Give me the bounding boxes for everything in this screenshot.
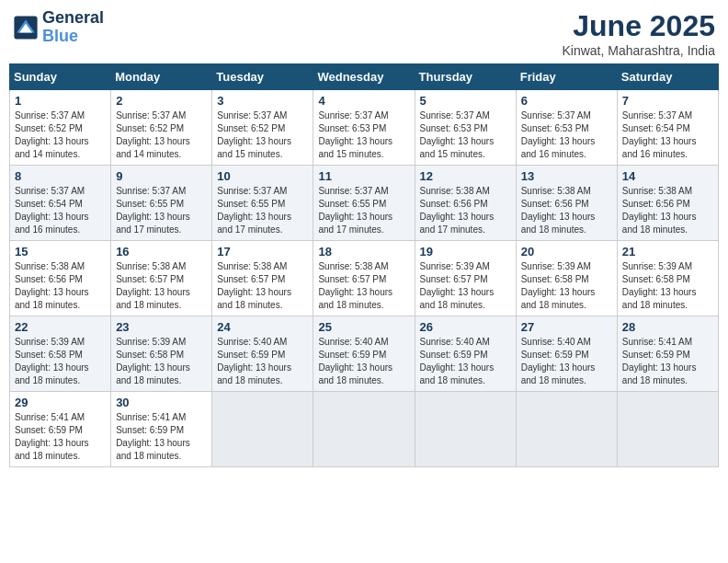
day-number: 5 xyxy=(420,94,511,108)
calendar-cell xyxy=(212,392,313,467)
day-info: Sunrise: 5:40 AM Sunset: 6:59 PM Dayligh… xyxy=(521,336,612,387)
calendar-cell xyxy=(415,392,516,467)
day-info: Sunrise: 5:38 AM Sunset: 6:57 PM Dayligh… xyxy=(116,260,207,312)
day-number: 26 xyxy=(420,320,511,334)
day-number: 21 xyxy=(622,245,713,259)
day-number: 22 xyxy=(15,320,106,334)
day-info: Sunrise: 5:38 AM Sunset: 6:56 PM Dayligh… xyxy=(521,185,612,236)
calendar-cell: 28 Sunrise: 5:41 AM Sunset: 6:59 PM Dayl… xyxy=(617,316,718,392)
day-number: 24 xyxy=(217,320,308,334)
logo-icon xyxy=(13,15,39,40)
day-number: 30 xyxy=(116,396,207,409)
day-number: 10 xyxy=(217,169,308,183)
month-title: June 2025 xyxy=(562,9,715,43)
day-number: 28 xyxy=(622,320,713,334)
calendar-cell: 25 Sunrise: 5:40 AM Sunset: 6:59 PM Dayl… xyxy=(313,316,415,392)
col-saturday: Saturday xyxy=(617,64,718,90)
day-info: Sunrise: 5:37 AM Sunset: 6:53 PM Dayligh… xyxy=(420,109,511,161)
day-info: Sunrise: 5:38 AM Sunset: 6:57 PM Dayligh… xyxy=(217,260,308,312)
col-tuesday: Tuesday xyxy=(212,64,313,90)
calendar-cell: 17 Sunrise: 5:38 AM Sunset: 6:57 PM Dayl… xyxy=(212,241,313,316)
col-friday: Friday xyxy=(516,64,617,90)
day-info: Sunrise: 5:37 AM Sunset: 6:52 PM Dayligh… xyxy=(116,109,207,161)
day-info: Sunrise: 5:38 AM Sunset: 6:56 PM Dayligh… xyxy=(15,260,106,312)
day-info: Sunrise: 5:37 AM Sunset: 6:55 PM Dayligh… xyxy=(217,185,308,236)
calendar-cell: 10 Sunrise: 5:37 AM Sunset: 6:55 PM Dayl… xyxy=(212,166,313,241)
day-number: 3 xyxy=(217,94,308,108)
calendar-cell: 2 Sunrise: 5:37 AM Sunset: 6:52 PM Dayli… xyxy=(111,90,212,166)
day-number: 27 xyxy=(521,320,612,334)
day-number: 15 xyxy=(15,245,106,259)
day-info: Sunrise: 5:39 AM Sunset: 6:58 PM Dayligh… xyxy=(116,336,207,387)
calendar-row: 1 Sunrise: 5:37 AM Sunset: 6:52 PM Dayli… xyxy=(10,90,719,166)
logo: General Blue xyxy=(13,9,104,46)
calendar-cell: 1 Sunrise: 5:37 AM Sunset: 6:52 PM Dayli… xyxy=(10,90,111,166)
day-info: Sunrise: 5:39 AM Sunset: 6:58 PM Dayligh… xyxy=(15,336,106,387)
calendar-row: 15 Sunrise: 5:38 AM Sunset: 6:56 PM Dayl… xyxy=(10,241,719,316)
calendar-cell: 7 Sunrise: 5:37 AM Sunset: 6:54 PM Dayli… xyxy=(617,90,718,166)
day-number: 6 xyxy=(521,94,612,108)
logo-text: General Blue xyxy=(42,9,104,46)
header: General Blue June 2025 Kinwat, Maharasht… xyxy=(9,9,719,58)
col-sunday: Sunday xyxy=(10,64,111,90)
calendar-cell: 20 Sunrise: 5:39 AM Sunset: 6:58 PM Dayl… xyxy=(516,241,617,316)
day-info: Sunrise: 5:39 AM Sunset: 6:58 PM Dayligh… xyxy=(521,260,612,312)
day-info: Sunrise: 5:41 AM Sunset: 6:59 PM Dayligh… xyxy=(116,411,207,463)
col-thursday: Thursday xyxy=(415,64,516,90)
calendar-cell: 21 Sunrise: 5:39 AM Sunset: 6:58 PM Dayl… xyxy=(617,241,718,316)
location-title: Kinwat, Maharashtra, India xyxy=(562,43,715,58)
day-number: 1 xyxy=(15,94,106,108)
calendar-header-row: Sunday Monday Tuesday Wednesday Thursday… xyxy=(10,64,719,90)
day-number: 29 xyxy=(15,396,106,409)
calendar-table: Sunday Monday Tuesday Wednesday Thursday… xyxy=(9,63,719,467)
day-number: 4 xyxy=(318,94,409,108)
day-info: Sunrise: 5:41 AM Sunset: 6:59 PM Dayligh… xyxy=(15,411,106,463)
calendar-cell xyxy=(617,392,718,467)
calendar-cell: 11 Sunrise: 5:37 AM Sunset: 6:55 PM Dayl… xyxy=(313,166,415,241)
day-number: 19 xyxy=(420,245,511,259)
day-info: Sunrise: 5:37 AM Sunset: 6:53 PM Dayligh… xyxy=(521,109,612,161)
day-number: 17 xyxy=(217,245,308,259)
calendar-cell: 12 Sunrise: 5:38 AM Sunset: 6:56 PM Dayl… xyxy=(415,166,516,241)
day-number: 23 xyxy=(116,320,207,334)
day-number: 12 xyxy=(420,169,511,183)
calendar-cell: 16 Sunrise: 5:38 AM Sunset: 6:57 PM Dayl… xyxy=(111,241,212,316)
calendar-cell: 23 Sunrise: 5:39 AM Sunset: 6:58 PM Dayl… xyxy=(111,316,212,392)
day-info: Sunrise: 5:37 AM Sunset: 6:55 PM Dayligh… xyxy=(116,185,207,236)
calendar-cell: 26 Sunrise: 5:40 AM Sunset: 6:59 PM Dayl… xyxy=(415,316,516,392)
calendar-cell xyxy=(516,392,617,467)
day-number: 2 xyxy=(116,94,207,108)
day-info: Sunrise: 5:38 AM Sunset: 6:57 PM Dayligh… xyxy=(318,260,409,312)
day-info: Sunrise: 5:38 AM Sunset: 6:56 PM Dayligh… xyxy=(622,185,713,236)
day-number: 13 xyxy=(521,169,612,183)
day-info: Sunrise: 5:37 AM Sunset: 6:53 PM Dayligh… xyxy=(318,109,409,161)
day-info: Sunrise: 5:40 AM Sunset: 6:59 PM Dayligh… xyxy=(217,336,308,387)
calendar-cell: 18 Sunrise: 5:38 AM Sunset: 6:57 PM Dayl… xyxy=(313,241,415,316)
calendar-cell: 3 Sunrise: 5:37 AM Sunset: 6:52 PM Dayli… xyxy=(212,90,313,166)
calendar-cell: 22 Sunrise: 5:39 AM Sunset: 6:58 PM Dayl… xyxy=(10,316,111,392)
calendar-cell: 5 Sunrise: 5:37 AM Sunset: 6:53 PM Dayli… xyxy=(415,90,516,166)
day-info: Sunrise: 5:38 AM Sunset: 6:56 PM Dayligh… xyxy=(420,185,511,236)
day-number: 16 xyxy=(116,245,207,259)
day-info: Sunrise: 5:39 AM Sunset: 6:58 PM Dayligh… xyxy=(622,260,713,312)
calendar-cell: 4 Sunrise: 5:37 AM Sunset: 6:53 PM Dayli… xyxy=(313,90,415,166)
calendar-cell: 27 Sunrise: 5:40 AM Sunset: 6:59 PM Dayl… xyxy=(516,316,617,392)
day-number: 9 xyxy=(116,169,207,183)
day-number: 11 xyxy=(318,169,409,183)
calendar-row: 29 Sunrise: 5:41 AM Sunset: 6:59 PM Dayl… xyxy=(10,392,719,467)
calendar-cell: 13 Sunrise: 5:38 AM Sunset: 6:56 PM Dayl… xyxy=(516,166,617,241)
day-info: Sunrise: 5:37 AM Sunset: 6:52 PM Dayligh… xyxy=(15,109,106,161)
day-info: Sunrise: 5:37 AM Sunset: 6:54 PM Dayligh… xyxy=(622,109,713,161)
calendar-cell xyxy=(313,392,415,467)
day-info: Sunrise: 5:39 AM Sunset: 6:57 PM Dayligh… xyxy=(420,260,511,312)
calendar-cell: 8 Sunrise: 5:37 AM Sunset: 6:54 PM Dayli… xyxy=(10,166,111,241)
day-info: Sunrise: 5:40 AM Sunset: 6:59 PM Dayligh… xyxy=(318,336,409,387)
day-info: Sunrise: 5:41 AM Sunset: 6:59 PM Dayligh… xyxy=(622,336,713,387)
calendar-cell: 15 Sunrise: 5:38 AM Sunset: 6:56 PM Dayl… xyxy=(10,241,111,316)
calendar-cell: 24 Sunrise: 5:40 AM Sunset: 6:59 PM Dayl… xyxy=(212,316,313,392)
col-monday: Monday xyxy=(111,64,212,90)
calendar-cell: 14 Sunrise: 5:38 AM Sunset: 6:56 PM Dayl… xyxy=(617,166,718,241)
day-number: 20 xyxy=(521,245,612,259)
day-info: Sunrise: 5:40 AM Sunset: 6:59 PM Dayligh… xyxy=(420,336,511,387)
calendar-row: 22 Sunrise: 5:39 AM Sunset: 6:58 PM Dayl… xyxy=(10,316,719,392)
